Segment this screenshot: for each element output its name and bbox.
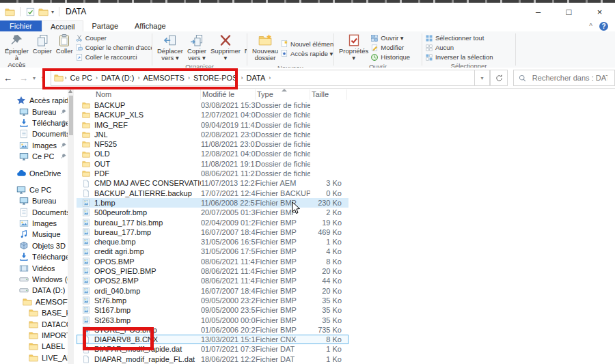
- new-folder-qat-icon[interactable]: [38, 7, 49, 17]
- copy-path-button[interactable]: Copier le chemin d'accès: [75, 43, 152, 52]
- folder-row[interactable]: JNL02/08/2021 23:02Dossier de fichiers: [77, 130, 348, 139]
- file-row[interactable]: 1.bmp11/06/2008 22:53Fichier BMP230 Ko: [77, 198, 348, 208]
- sidebar-item-ce-pc[interactable]: Ce PC: [0, 184, 68, 195]
- sidebar-item-objets-3d[interactable]: Objets 3D: [0, 240, 68, 251]
- file-row[interactable]: bureau_177.bmp16/07/2007 18:42Fichier BM…: [77, 227, 348, 237]
- file-row[interactable]: OPOS2.BMP08/06/2021 11:42Fichier BMP44 K…: [77, 276, 348, 285]
- file-row[interactable]: DIAPAR_modif_rapide_FL.dat18/06/2021 12:…: [77, 354, 348, 364]
- move-to-button[interactable]: Déplacer vers ▾: [155, 33, 185, 62]
- file-row[interactable]: DIAPARV8_B.CNX13/03/2021 15:15Fichier CN…: [77, 335, 348, 344]
- new-folder-button[interactable]: Nouveau dossier: [250, 33, 280, 62]
- sidebar-item-ce-pc[interactable]: Ce PC: [0, 151, 68, 162]
- file-row[interactable]: BACKUP_ALTIERRE.backup17/07/2021 12:45Fi…: [77, 188, 348, 198]
- column-header-taille[interactable]: Taille: [310, 89, 347, 100]
- tab-partage[interactable]: Partage: [83, 20, 126, 31]
- sidebar-item-bureau[interactable]: Bureau: [0, 195, 68, 206]
- sidebar-item-windows-c-[interactable]: Windows (C:): [0, 274, 68, 285]
- folder-row[interactable]: IMG_REF09/04/2019 11:42Dossier de fichie…: [77, 120, 348, 130]
- sidebar-item-base-hf[interactable]: BASE_HF: [0, 307, 68, 318]
- file-row[interactable]: credit agri.bmp31/05/2006 17:53Fichier B…: [77, 247, 348, 256]
- sidebar-item-importauto[interactable]: IMPORTAUTO: [0, 330, 68, 341]
- breadcrumb-item[interactable]: DATA (D:): [99, 74, 136, 82]
- file-row[interactable]: St76.bmp09/05/2000 23:21Fichier BMP35 Ko: [77, 296, 348, 305]
- properties-check-icon[interactable]: [25, 7, 36, 17]
- properties-button[interactable]: Propriétés ▾: [337, 33, 370, 62]
- sidebar-item-images[interactable]: Images: [0, 140, 68, 151]
- cut-button[interactable]: Couper: [75, 33, 152, 42]
- file-row[interactable]: DIAPAR_modif_rapide.dat01/07/2021 07:39F…: [77, 344, 348, 354]
- file-row[interactable]: ordi_040.bmp16/07/2007 18:43Fichier BMP2…: [77, 286, 348, 296]
- sidebar-scrollbar[interactable]: [68, 89, 74, 364]
- forward-icon[interactable]: →: [19, 73, 28, 83]
- maximize-button[interactable]: □: [554, 3, 584, 20]
- sidebar-item-data-d-[interactable]: DATA (D:): [0, 285, 68, 296]
- paste-shortcut-button[interactable]: Coller le raccourci: [75, 53, 152, 61]
- breadcrumb-item[interactable]: AEMSOFTS: [141, 74, 187, 82]
- file-row[interactable]: St167.bmp09/05/2000 23:51Fichier BMP35 K…: [77, 305, 348, 315]
- breadcrumb-item[interactable]: Ce PC: [68, 74, 94, 82]
- pin-to-quick-access-button[interactable]: Épingler à Accès rapide: [3, 33, 31, 68]
- sidebar-item-musique[interactable]: Musique: [0, 229, 68, 240]
- tab-accueil[interactable]: Accueil: [42, 20, 83, 31]
- sidebar-item-documents[interactable]: Documents: [0, 207, 68, 218]
- delete-button[interactable]: Supprimer ▾: [208, 33, 243, 62]
- minimize-button[interactable]: –: [523, 3, 554, 20]
- search-input[interactable]: [531, 73, 609, 83]
- scrollbar-thumb[interactable]: [69, 96, 73, 135]
- qat-caret-icon[interactable]: ▾: [51, 9, 54, 15]
- location-folder-icon: [54, 73, 64, 83]
- folder-row[interactable]: PDF08/06/2021 11:23Dossier de fichiers: [77, 169, 348, 178]
- history-button[interactable]: Historique: [370, 53, 410, 61]
- file-row[interactable]: OPOS.BMP08/06/2021 11:42Fichier BMP8 Ko: [77, 257, 348, 266]
- file-row[interactable]: OPOS_PIED.BMP08/06/2021 11:42Fichier BMP…: [77, 266, 348, 276]
- new-item-button[interactable]: Nouvel élément ▾: [280, 40, 333, 48]
- invert-selection-button[interactable]: Inverser la sélection: [425, 53, 493, 61]
- file-row[interactable]: St263.bmp10/05/2000 00:03Fichier BMP35 K…: [77, 316, 348, 325]
- file-row[interactable]: cheque.bmp31/05/2006 16:53Fichier BMP1 K…: [77, 237, 348, 247]
- sidebar-item-acc-s-rapide[interactable]: Accès rapide: [0, 95, 68, 106]
- sidebar-item-aemsofts[interactable]: AEMSOFTS: [0, 296, 68, 307]
- select-all-button[interactable]: Sélectionner tout: [425, 33, 493, 42]
- sidebar-item-label[interactable]: LABEL: [0, 341, 68, 352]
- copy-to-button[interactable]: Copier vers ▾: [185, 33, 208, 62]
- file-row[interactable]: CMD MAJ AVEC CONSERVATION MARGE...11/07/…: [77, 178, 348, 188]
- breadcrumb-item[interactable]: DATA: [245, 74, 268, 82]
- refresh-icon[interactable]: [490, 70, 508, 86]
- paste-button[interactable]: Coller: [54, 33, 75, 55]
- up-icon[interactable]: ↑: [40, 73, 45, 83]
- select-none-button[interactable]: Aucun: [425, 43, 493, 52]
- folder-row[interactable]: OUT11/08/2021 19:13Dossier de fichiers: [77, 159, 348, 169]
- edit-button[interactable]: Modifier: [370, 43, 410, 52]
- tab-fichier[interactable]: Fichier: [0, 20, 42, 31]
- sidebar-item-t-l-chargements[interactable]: Téléchargements: [0, 251, 68, 262]
- open-button[interactable]: Ouvrir ▾: [370, 33, 410, 42]
- folder-row[interactable]: OLD12/08/2021 04:05Dossier de fichiers: [77, 149, 348, 158]
- file-row[interactable]: 500peurofr.bmp20/07/2005 01:30Fichier BM…: [77, 208, 348, 217]
- sidebar-item-bureau[interactable]: Bureau: [0, 106, 68, 117]
- sidebar-item-t-l-chargem[interactable]: Téléchargem: [0, 117, 68, 128]
- sidebar-item-onedrive[interactable]: OneDrive: [0, 167, 68, 178]
- quick-access-button[interactable]: Accès rapide ▾: [280, 49, 333, 58]
- tab-affichage[interactable]: Affichage: [126, 20, 174, 31]
- folder-row[interactable]: BACKUP_XLS12/07/2021 04:04Dossier de fic…: [77, 110, 348, 120]
- address-dropdown-icon[interactable]: ▾: [475, 70, 491, 86]
- breadcrumb-item[interactable]: STORE-POS: [191, 74, 240, 82]
- folder-row[interactable]: NF52511/08/2021 23:02Dossier de fichiers: [77, 139, 348, 149]
- sidebar-item-images[interactable]: Images: [0, 218, 68, 229]
- sidebar-item-vid-os[interactable]: Vidéos: [0, 262, 68, 273]
- column-header-nom[interactable]: Nom: [94, 89, 201, 100]
- folder-row[interactable]: BACKUP03/08/2021 15:39Dossier de fichier…: [77, 100, 348, 110]
- help-icon[interactable]: ?: [599, 22, 608, 31]
- recent-locations-icon[interactable]: ▾: [33, 75, 36, 81]
- sidebar-item-live-aemsoi[interactable]: LIVE_AEMSOI: [0, 352, 68, 363]
- sidebar-item-datacollec[interactable]: DATACOLLEC: [0, 318, 68, 329]
- copy-button[interactable]: Copier: [31, 33, 54, 55]
- column-header-modifie-le[interactable]: Modifié le: [201, 89, 256, 100]
- close-button[interactable]: ×: [584, 3, 615, 20]
- sidebar-item-documents[interactable]: Documents: [0, 128, 68, 139]
- file-row[interactable]: STORE_POS.bmp01/06/2006 20:23Fichier BMP…: [77, 325, 348, 335]
- file-row[interactable]: bureau_177 bis.bmp02/04/2009 01:24Fichie…: [77, 218, 348, 227]
- back-icon[interactable]: ←: [3, 73, 12, 83]
- scroll-up-icon[interactable]: [68, 89, 72, 93]
- collapse-ribbon-icon[interactable]: ^: [589, 23, 592, 30]
